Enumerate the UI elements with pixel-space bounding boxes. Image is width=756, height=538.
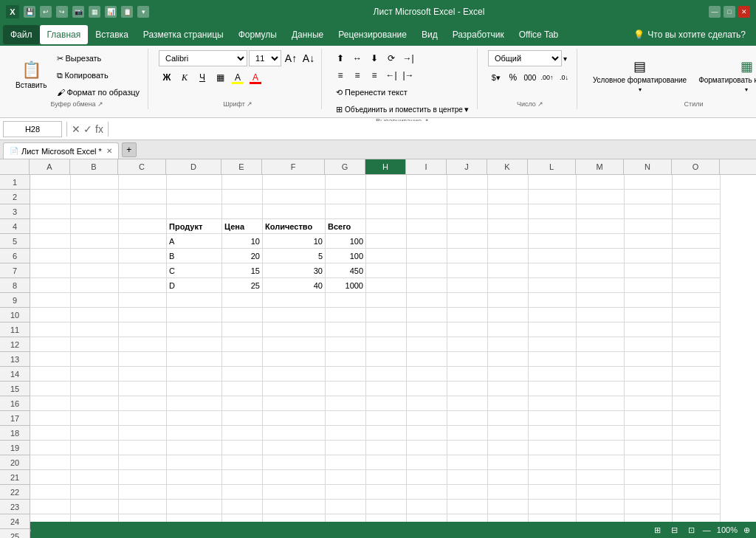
new-sheet-button[interactable]: + — [122, 142, 137, 157]
cell-F4[interactable]: Количество — [263, 219, 326, 234]
cell-N15[interactable] — [625, 382, 673, 396]
cell-C2[interactable] — [119, 190, 167, 204]
row-header-1[interactable]: 1 — [0, 175, 30, 190]
cell-C10[interactable] — [119, 308, 167, 323]
font-expand-icon[interactable]: ↗ — [247, 100, 252, 108]
clipboard-expand-icon[interactable]: ↗ — [97, 100, 103, 108]
cell-F9[interactable] — [263, 293, 326, 308]
cell-O22[interactable] — [673, 485, 721, 500]
cell-O16[interactable] — [673, 396, 721, 411]
decrease-decimal-button[interactable]: .0↓ — [556, 69, 572, 86]
italic-button[interactable]: К — [176, 69, 193, 86]
cell-N19[interactable] — [625, 441, 673, 455]
cell-N1[interactable] — [625, 175, 673, 190]
cell-N20[interactable] — [625, 455, 673, 470]
cell-H9[interactable] — [366, 293, 407, 308]
cell-J6[interactable] — [447, 249, 488, 263]
cell-J20[interactable] — [447, 455, 488, 470]
col-header-i[interactable]: I — [406, 159, 447, 174]
menu-layout[interactable]: Разметка страницы — [136, 25, 231, 44]
cell-A10[interactable] — [30, 308, 71, 323]
cell-H7[interactable] — [366, 263, 407, 278]
cell-D1[interactable] — [167, 175, 222, 190]
cell-O7[interactable] — [673, 263, 721, 278]
cell-O9[interactable] — [673, 293, 721, 308]
cell-B16[interactable] — [71, 396, 119, 411]
view-layout[interactable]: ⊟ — [669, 525, 680, 536]
cell-D8[interactable]: D — [167, 278, 222, 293]
cell-B4[interactable] — [71, 219, 119, 234]
menu-view[interactable]: Вид — [414, 25, 445, 44]
cell-J4[interactable] — [447, 219, 488, 234]
cell-M20[interactable] — [577, 455, 625, 470]
cell-H21[interactable] — [366, 470, 407, 485]
cell-B14[interactable] — [71, 367, 119, 382]
cell-I11[interactable] — [407, 323, 447, 337]
cell-K5[interactable] — [488, 234, 529, 249]
cell-A14[interactable] — [30, 367, 71, 382]
cell-K17[interactable] — [488, 411, 529, 426]
cell-L22[interactable] — [529, 485, 577, 500]
cell-K7[interactable] — [488, 263, 529, 278]
cell-D15[interactable] — [167, 382, 222, 396]
view-normal[interactable]: ⊞ — [652, 525, 663, 536]
cell-I16[interactable] — [407, 396, 447, 411]
cell-L11[interactable] — [529, 323, 577, 337]
col-header-l[interactable]: L — [528, 159, 576, 174]
cell-O11[interactable] — [673, 323, 721, 337]
cell-D21[interactable] — [167, 470, 222, 485]
cell-O2[interactable] — [673, 190, 721, 204]
cell-K14[interactable] — [488, 367, 529, 382]
cell-L19[interactable] — [529, 441, 577, 455]
cell-M23[interactable] — [577, 500, 625, 514]
cell-D16[interactable] — [167, 396, 222, 411]
row-header-23[interactable]: 23 — [0, 500, 30, 514]
cell-H12[interactable] — [366, 337, 407, 352]
cell-H20[interactable] — [366, 455, 407, 470]
align-middle-button[interactable]: ↔ — [349, 50, 365, 66]
zoom-control[interactable]: 100% — [717, 525, 738, 534]
cell-O23[interactable] — [673, 500, 721, 514]
cell-I8[interactable] — [407, 278, 447, 293]
cell-M16[interactable] — [577, 396, 625, 411]
cell-A20[interactable] — [30, 455, 71, 470]
cell-C21[interactable] — [119, 470, 167, 485]
cell-C9[interactable] — [119, 293, 167, 308]
save-icon[interactable]: 💾 — [24, 6, 35, 18]
col-header-f[interactable]: F — [262, 159, 325, 174]
conditional-format-button[interactable]: ▤ Условное форматирование ▾ — [588, 50, 692, 100]
cell-A13[interactable] — [30, 352, 71, 367]
cell-M14[interactable] — [577, 367, 625, 382]
cell-J23[interactable] — [447, 500, 488, 514]
cell-G5[interactable]: 100 — [326, 234, 366, 249]
cell-G1[interactable] — [326, 175, 366, 190]
row-header-3[interactable]: 3 — [0, 204, 30, 219]
cell-J17[interactable] — [447, 411, 488, 426]
cell-B3[interactable] — [71, 204, 119, 219]
menu-developer[interactable]: Разработчик — [445, 25, 512, 44]
cell-E22[interactable] — [222, 485, 263, 500]
cell-L1[interactable] — [529, 175, 577, 190]
cell-N7[interactable] — [625, 263, 673, 278]
cell-M18[interactable] — [577, 426, 625, 441]
row-header-9[interactable]: 9 — [0, 293, 30, 308]
cell-C4[interactable] — [119, 219, 167, 234]
cell-C15[interactable] — [119, 382, 167, 396]
close-icon[interactable]: ✕ — [738, 6, 750, 18]
cell-M6[interactable] — [577, 249, 625, 263]
cell-H5[interactable] — [366, 234, 407, 249]
font-name-select[interactable]: Calibri — [159, 50, 247, 66]
cell-E14[interactable] — [222, 367, 263, 382]
cell-C16[interactable] — [119, 396, 167, 411]
cell-C5[interactable] — [119, 234, 167, 249]
cell-O4[interactable] — [673, 219, 721, 234]
cell-E16[interactable] — [222, 396, 263, 411]
align-right-button[interactable]: ≡ — [366, 67, 382, 83]
cell-B18[interactable] — [71, 426, 119, 441]
border-button[interactable]: ▦ — [212, 69, 228, 86]
cell-A11[interactable] — [30, 323, 71, 337]
cell-F1[interactable] — [263, 175, 326, 190]
cell-K21[interactable] — [488, 470, 529, 485]
cell-M17[interactable] — [577, 411, 625, 426]
cut-button[interactable]: ✂ Вырезать — [53, 50, 143, 66]
